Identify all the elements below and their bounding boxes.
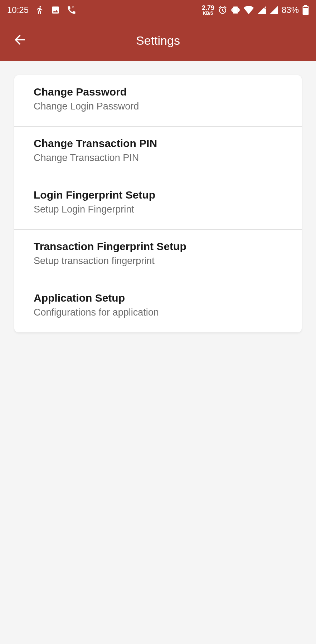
alarm-icon xyxy=(218,5,227,15)
change-password-item[interactable]: Change Password Change Login Password xyxy=(14,75,302,127)
list-item-subtitle: Setup transaction fingerprint xyxy=(34,255,282,267)
network-speed-unit: KB/S xyxy=(203,11,213,15)
login-fingerprint-setup-item[interactable]: Login Fingerprint Setup Setup Login Fing… xyxy=(14,178,302,230)
network-speed-value: 2.79 xyxy=(202,5,214,11)
change-transaction-pin-item[interactable]: Change Transaction PIN Change Transactio… xyxy=(14,127,302,178)
svg-rect-3 xyxy=(303,7,308,8)
battery-icon xyxy=(302,5,309,15)
status-bar-left: 10:25 xyxy=(7,5,77,15)
list-item-subtitle: Change Transaction PIN xyxy=(34,152,282,164)
list-item-title: Login Fingerprint Setup xyxy=(34,189,282,201)
phone-icon xyxy=(67,5,77,15)
page-title: Settings xyxy=(0,34,316,48)
list-item-title: Change Transaction PIN xyxy=(34,137,282,150)
signal-2-icon xyxy=(269,6,278,14)
back-arrow-icon xyxy=(12,32,27,49)
list-item-subtitle: Configurations for application xyxy=(34,307,282,318)
svg-rect-2 xyxy=(304,5,307,6)
list-item-subtitle: Setup Login Fingerprint xyxy=(34,204,282,215)
signal-1-icon: x xyxy=(257,6,266,14)
network-speed: 2.79 KB/S xyxy=(202,5,214,15)
app-bar: Settings xyxy=(0,20,316,61)
transaction-fingerprint-setup-item[interactable]: Transaction Fingerprint Setup Setup tran… xyxy=(14,230,302,281)
settings-list: Change Password Change Login Password Ch… xyxy=(14,75,302,332)
image-icon xyxy=(51,5,60,15)
status-bar: 10:25 2.79 KB/S xyxy=(0,0,316,20)
svg-text:x: x xyxy=(264,6,266,9)
list-item-title: Application Setup xyxy=(34,292,282,304)
list-item-subtitle: Change Login Password xyxy=(34,101,282,112)
vibrate-icon xyxy=(231,5,240,15)
status-time: 10:25 xyxy=(7,5,29,15)
content-area: Change Password Change Login Password Ch… xyxy=(0,61,316,347)
wifi-icon xyxy=(244,6,254,14)
back-button[interactable] xyxy=(11,31,29,49)
list-item-title: Transaction Fingerprint Setup xyxy=(34,240,282,253)
battery-percent: 83% xyxy=(282,5,299,15)
application-setup-item[interactable]: Application Setup Configurations for app… xyxy=(14,281,302,332)
activity-icon xyxy=(35,5,44,15)
list-item-title: Change Password xyxy=(34,86,282,98)
status-bar-right: 2.79 KB/S x xyxy=(202,5,309,15)
